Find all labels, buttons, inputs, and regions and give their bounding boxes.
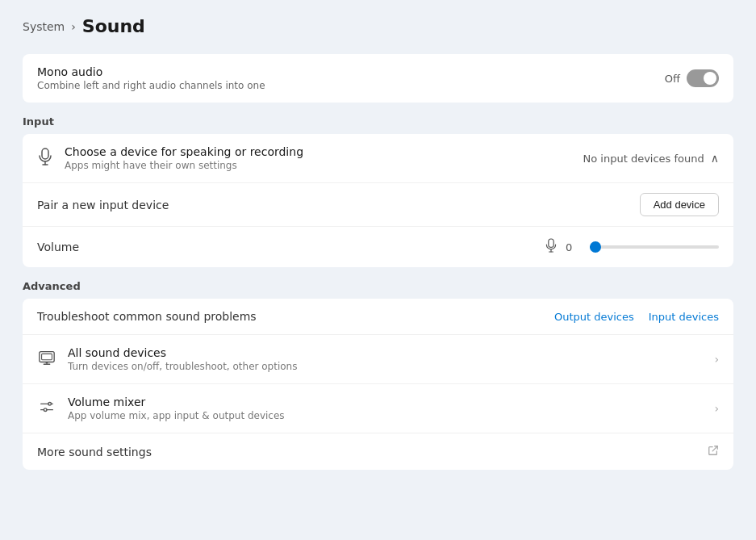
svg-point-8 bbox=[46, 362, 48, 364]
volume-mixer-title: Volume mixer bbox=[68, 396, 285, 408]
advanced-section-label: Advanced bbox=[23, 280, 733, 292]
volume-mixer-subtitle: App volume mix, app input & output devic… bbox=[68, 410, 285, 421]
all-sound-devices-row[interactable]: All sound devices Turn devices on/off, t… bbox=[23, 335, 733, 384]
volume-label: Volume bbox=[37, 241, 79, 253]
breadcrumb: System › Sound bbox=[23, 16, 733, 36]
svg-rect-3 bbox=[549, 239, 553, 247]
more-sound-settings-row[interactable]: More sound settings bbox=[23, 433, 733, 470]
svg-rect-7 bbox=[42, 354, 52, 359]
device-right: No input devices found ∧ bbox=[583, 152, 720, 165]
volume-mixer-text: Volume mixer App volume mix, app input &… bbox=[68, 396, 285, 421]
output-devices-link[interactable]: Output devices bbox=[554, 311, 634, 323]
choose-device-row[interactable]: Choose a device for speaking or recordin… bbox=[23, 134, 733, 183]
all-sound-devices-subtitle: Turn devices on/off, troubleshoot, other… bbox=[68, 361, 297, 372]
device-status: No input devices found bbox=[583, 153, 704, 165]
volume-microphone-icon bbox=[545, 238, 558, 256]
choose-device-text: Choose a device for speaking or recordin… bbox=[65, 145, 303, 171]
breadcrumb-system[interactable]: System bbox=[23, 20, 65, 33]
all-sound-devices-text: All sound devices Turn devices on/off, t… bbox=[68, 346, 297, 372]
mono-audio-text: Mono audio Combine left and right audio … bbox=[37, 65, 265, 91]
chevron-up-icon[interactable]: ∧ bbox=[711, 152, 719, 165]
all-sound-devices-icon bbox=[37, 349, 56, 370]
page-title: Sound bbox=[82, 16, 145, 36]
volume-slider[interactable] bbox=[590, 245, 719, 249]
input-devices-link[interactable]: Input devices bbox=[649, 311, 719, 323]
svg-line-16 bbox=[712, 446, 717, 451]
choose-device-title: Choose a device for speaking or recordin… bbox=[65, 145, 303, 158]
breadcrumb-separator: › bbox=[71, 20, 76, 33]
external-link-icon bbox=[708, 445, 719, 458]
all-sound-devices-chevron: › bbox=[714, 353, 719, 366]
advanced-section: Advanced Troubleshoot common sound probl… bbox=[23, 280, 733, 470]
volume-row: Volume 0 bbox=[23, 227, 733, 267]
input-section: Input Choose a device for speaking or re… bbox=[23, 115, 733, 267]
choose-device-subtitle: Apps might have their own settings bbox=[65, 160, 303, 171]
mono-audio-toggle-group: Off bbox=[665, 69, 719, 87]
pair-device-row: Pair a new input device Add device bbox=[23, 183, 733, 227]
all-sound-devices-title: All sound devices bbox=[68, 346, 297, 359]
volume-value: 0 bbox=[566, 241, 578, 253]
mono-audio-title: Mono audio bbox=[37, 65, 265, 78]
volume-mixer-icon bbox=[37, 398, 56, 419]
mono-audio-card: Mono audio Combine left and right audio … bbox=[23, 54, 733, 103]
pair-device-label: Pair a new input device bbox=[37, 199, 169, 211]
volume-mixer-chevron: › bbox=[714, 402, 719, 415]
troubleshoot-label: Troubleshoot common sound problems bbox=[37, 310, 257, 323]
more-sound-settings-label: More sound settings bbox=[37, 446, 152, 458]
microphone-icon bbox=[37, 148, 53, 170]
svg-rect-0 bbox=[42, 149, 48, 159]
add-device-button-container: Add device bbox=[640, 193, 719, 216]
troubleshoot-row: Troubleshoot common sound problems Outpu… bbox=[23, 299, 733, 335]
input-card: Choose a device for speaking or recordin… bbox=[23, 134, 733, 267]
add-device-button[interactable]: Add device bbox=[640, 193, 719, 216]
mono-audio-subtitle: Combine left and right audio channels in… bbox=[37, 80, 265, 91]
advanced-card: Troubleshoot common sound problems Outpu… bbox=[23, 299, 733, 470]
settings-page: System › Sound Mono audio Combine left a… bbox=[0, 0, 756, 492]
mono-audio-toggle-label: Off bbox=[665, 73, 680, 85]
volume-mixer-row[interactable]: Volume mixer App volume mix, app input &… bbox=[23, 384, 733, 433]
troubleshoot-links: Output devices Input devices bbox=[554, 311, 719, 323]
volume-controls: 0 bbox=[545, 238, 719, 256]
input-section-label: Input bbox=[23, 115, 733, 128]
toggle-knob bbox=[704, 72, 716, 85]
mono-audio-toggle[interactable] bbox=[687, 69, 719, 87]
